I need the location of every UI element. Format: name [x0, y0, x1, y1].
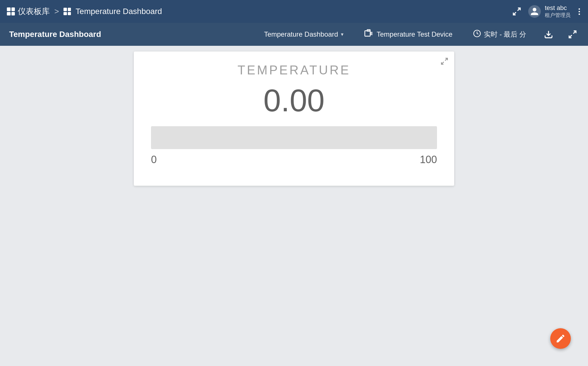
- widget-title: TEMPERATURE: [151, 63, 437, 77]
- widget-value: 0.00: [151, 83, 437, 118]
- home-breadcrumb-label: 仪表板库: [18, 6, 50, 17]
- download-button[interactable]: [542, 28, 555, 41]
- home-breadcrumb-item[interactable]: 仪表板库: [7, 6, 50, 17]
- fullscreen-top-button[interactable]: [512, 7, 521, 16]
- gauge-labels: 0 100: [151, 154, 437, 166]
- edit-fab-button[interactable]: [550, 328, 571, 349]
- user-name: test abc: [545, 4, 571, 12]
- dashboard-selector-button[interactable]: Temperature Dashboard ▾: [259, 28, 348, 41]
- time-label: 实时 - 最后 分: [484, 30, 526, 39]
- svg-rect-3: [367, 30, 370, 31]
- dashboard-title: Temperature Dashboard: [9, 30, 101, 39]
- user-info: test abc 租户管理员: [545, 4, 571, 19]
- user-section: test abc 租户管理员: [528, 4, 571, 19]
- gauge-container: 0 100: [151, 126, 437, 166]
- top-nav-actions: test abc 租户管理员: [512, 4, 581, 19]
- more-options-button[interactable]: [577, 7, 581, 16]
- avatar: [528, 5, 541, 18]
- fullscreen-secondary-button[interactable]: [566, 28, 579, 41]
- current-breadcrumb-item[interactable]: Temperature Dashboard: [63, 7, 162, 16]
- gauge-max-label: 100: [420, 154, 437, 166]
- top-nav-bar: 仪表板库 > Temperature Dashboard test abc: [0, 0, 588, 23]
- gauge-bar: [151, 126, 437, 149]
- home-grid-icon: [7, 7, 15, 15]
- secondary-nav-bar: Temperature Dashboard Temperature Dashbo…: [0, 23, 588, 46]
- main-content: TEMPERATURE 0.00 0 100: [0, 46, 588, 366]
- device-icon: [364, 29, 373, 40]
- clock-icon: [473, 29, 481, 39]
- device-selector[interactable]: Temperature Test Device: [359, 27, 457, 42]
- breadcrumb-separator: >: [54, 7, 59, 16]
- dropdown-arrow-icon: ▾: [341, 31, 343, 37]
- current-breadcrumb-label: Temperature Dashboard: [76, 7, 162, 16]
- user-role: 租户管理员: [545, 12, 571, 19]
- temperature-widget: TEMPERATURE 0.00 0 100: [134, 52, 454, 186]
- device-label: Temperature Test Device: [377, 30, 452, 38]
- time-selector[interactable]: 实时 - 最后 分: [468, 27, 531, 41]
- gauge-min-label: 0: [151, 154, 157, 166]
- dashboard-grid-icon: [63, 8, 71, 15]
- svg-rect-2: [365, 31, 370, 36]
- dashboard-selector-label: Temperature Dashboard: [264, 30, 338, 38]
- widget-expand-button[interactable]: [439, 56, 450, 66]
- breadcrumb: 仪表板库 > Temperature Dashboard: [7, 6, 162, 17]
